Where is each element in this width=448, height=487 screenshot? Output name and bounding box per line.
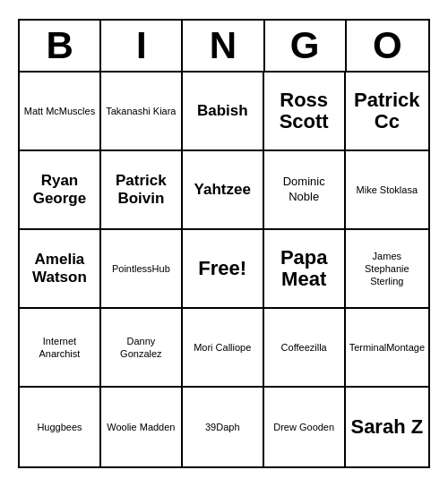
- cell-label: Free!: [198, 256, 246, 282]
- bingo-cell: Yahtzee: [183, 151, 264, 230]
- cell-label: Mike Stoklasa: [357, 184, 418, 196]
- bingo-cell: Coffeezilla: [264, 309, 346, 388]
- bingo-cell: Papa Meat: [264, 230, 346, 309]
- bingo-cell: 39Daph: [183, 388, 264, 466]
- bingo-cell: Free!: [183, 230, 264, 309]
- cell-label: Ross Scott: [268, 90, 340, 132]
- bingo-cell: Internet Anarchist: [20, 309, 101, 388]
- bingo-cell: Ross Scott: [264, 73, 346, 151]
- cell-label: Yahtzee: [194, 181, 251, 199]
- bingo-cell: Ryan George: [20, 151, 101, 230]
- bingo-grid: Matt McMusclesTakanashi KiaraBabishRoss …: [20, 73, 428, 466]
- cell-label: 39Daph: [205, 421, 240, 433]
- cell-label: Patrick Cc: [349, 90, 425, 132]
- bingo-cell: Patrick Boivin: [101, 151, 183, 230]
- bingo-cell: Matt McMuscles: [20, 73, 101, 151]
- bingo-header: BINGO: [20, 21, 428, 73]
- bingo-cell: TerminalMontage: [346, 309, 428, 388]
- bingo-card: BINGO Matt McMusclesTakanashi KiaraBabis…: [18, 19, 430, 468]
- header-letter: G: [265, 21, 347, 71]
- bingo-cell: Mori Calliope: [183, 309, 264, 388]
- cell-label: Huggbees: [37, 421, 82, 433]
- cell-label: Ryan George: [23, 172, 96, 209]
- bingo-cell: James Stephanie Sterling: [346, 230, 428, 309]
- bingo-cell: Danny Gonzalez: [101, 309, 183, 388]
- bingo-cell: Dominic Noble: [264, 151, 346, 230]
- header-letter: N: [183, 21, 264, 71]
- bingo-cell: Amelia Watson: [20, 230, 101, 309]
- header-letter: O: [347, 21, 428, 71]
- cell-label: Danny Gonzalez: [105, 335, 177, 361]
- cell-label: Patrick Boivin: [105, 172, 177, 209]
- header-letter: B: [20, 21, 101, 71]
- bingo-cell: Takanashi Kiara: [101, 73, 183, 151]
- bingo-cell: Babish: [183, 73, 264, 151]
- cell-label: Matt McMuscles: [24, 105, 95, 117]
- cell-label: Amelia Watson: [23, 251, 96, 287]
- cell-label: Papa Meat: [268, 247, 340, 290]
- cell-label: James Stephanie Sterling: [349, 250, 425, 288]
- cell-label: Dominic Noble: [268, 175, 340, 205]
- cell-label: Coffeezilla: [281, 341, 327, 354]
- cell-label: Drew Gooden: [273, 421, 334, 433]
- bingo-cell: Woolie Madden: [101, 388, 183, 466]
- cell-label: Takanashi Kiara: [106, 105, 176, 117]
- cell-label: Sarah Z: [350, 416, 423, 438]
- bingo-cell: Patrick Cc: [346, 73, 428, 151]
- cell-label: PointlessHub: [112, 262, 170, 275]
- cell-label: TerminalMontage: [349, 341, 425, 354]
- cell-label: Mori Calliope: [194, 341, 251, 354]
- bingo-cell: PointlessHub: [101, 230, 183, 309]
- bingo-cell: Mike Stoklasa: [346, 151, 428, 230]
- bingo-cell: Huggbees: [20, 388, 101, 466]
- cell-label: Internet Anarchist: [23, 335, 96, 361]
- header-letter: I: [101, 21, 183, 71]
- bingo-cell: Sarah Z: [346, 388, 428, 466]
- bingo-cell: Drew Gooden: [264, 388, 346, 466]
- cell-label: Woolie Madden: [107, 421, 175, 433]
- cell-label: Babish: [197, 102, 248, 120]
